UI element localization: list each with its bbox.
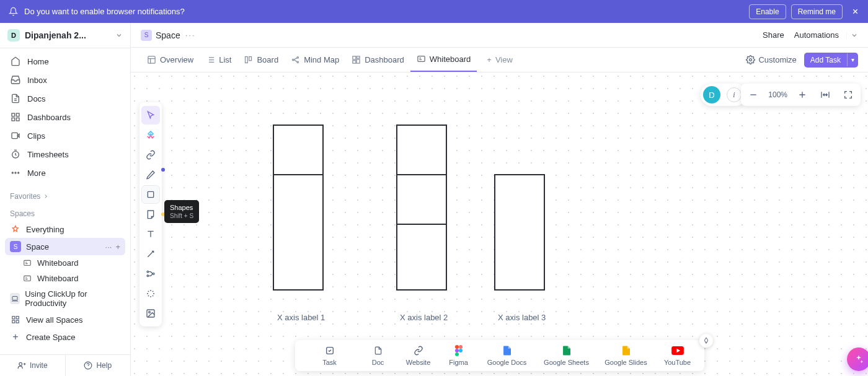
banner-message: Do you want to enable browser notificati… (24, 7, 744, 16)
info-icon[interactable]: i (727, 87, 742, 102)
space-more-icon[interactable]: ··· (105, 242, 112, 251)
link-tool[interactable] (141, 146, 160, 164)
invite-button[interactable]: Invite (0, 355, 65, 376)
embed-youtube[interactable]: YouTube (656, 345, 699, 366)
draw-tool[interactable] (141, 165, 160, 184)
add-task-label[interactable]: Add Task (804, 53, 847, 68)
tab-list[interactable]: List (200, 48, 237, 72)
whiteboard-canvas[interactable]: Shapes Shift + S D i 100% (131, 72, 868, 376)
space-everything[interactable]: Everything (5, 221, 125, 238)
image-tool[interactable] (141, 304, 160, 323)
embed-gdocs[interactable]: Google Docs (477, 345, 537, 366)
space-productivity[interactable]: Using ClickUp for Productivity (5, 286, 125, 311)
relationship-tool[interactable] (141, 265, 160, 283)
embed-task[interactable]: Task (300, 345, 360, 366)
list-icon (206, 55, 215, 64)
user-avatar[interactable]: D (703, 86, 720, 103)
nav-docs[interactable]: Docs (5, 89, 125, 108)
svg-rect-10 (24, 276, 31, 281)
shape-rect[interactable] (396, 224, 447, 291)
help-button[interactable]: Help (65, 355, 131, 376)
nav-label: Clips (27, 131, 45, 141)
favorites-section-label[interactable]: Favorites (0, 186, 130, 203)
zoom-value[interactable]: 100% (768, 90, 787, 99)
clickup-tool[interactable] (141, 126, 160, 144)
tab-board[interactable]: Board (237, 48, 285, 72)
workspace-switcher[interactable]: D Dipanjenah 2... (0, 23, 130, 48)
doc-icon (374, 345, 383, 356)
shape-rect[interactable] (273, 125, 324, 175)
nav-more[interactable]: More (5, 164, 125, 182)
embed-gsheets[interactable]: Google Sheets (537, 345, 596, 366)
remind-me-button[interactable]: Remind me (791, 4, 843, 19)
svg-point-41 (455, 352, 459, 356)
shape-rect[interactable] (273, 174, 324, 291)
presence-pill: D i (701, 84, 746, 106)
sticky-note-tool[interactable] (141, 205, 160, 224)
svg-rect-4 (12, 133, 17, 138)
nav-home[interactable]: Home (5, 52, 125, 71)
text-tool[interactable] (141, 225, 160, 243)
view-all-spaces[interactable]: View all Spaces (5, 311, 125, 328)
fullscreen-icon[interactable] (841, 90, 856, 100)
inbox-icon (10, 75, 21, 85)
embed-doc[interactable]: Doc (360, 345, 397, 366)
space-add-icon[interactable]: + (115, 242, 120, 251)
connector-tool[interactable] (141, 245, 160, 263)
nav-inbox[interactable]: Inbox (5, 71, 125, 89)
add-task-chevron-icon[interactable]: ▾ (847, 53, 858, 66)
pin-icon[interactable] (699, 334, 713, 348)
whiteboard-child-2[interactable]: Whiteboard (5, 271, 125, 286)
svg-rect-28 (418, 56, 425, 62)
child-label: Whiteboard (37, 274, 78, 283)
tooltip-title: Shapes (170, 204, 193, 211)
add-task-button: Add Task ▾ (804, 53, 858, 68)
svg-point-40 (459, 349, 463, 352)
tab-mindmap[interactable]: Mind Map (285, 48, 345, 72)
tab-dashboard[interactable]: Dashboard (345, 48, 410, 72)
nav-clips[interactable]: Clips (5, 126, 125, 145)
axis-label[interactable]: X axis label 2 (400, 313, 448, 322)
spaces-section-label[interactable]: Spaces (0, 203, 130, 221)
enable-button[interactable]: Enable (749, 4, 786, 19)
shape-rect[interactable] (396, 125, 447, 175)
ai-fab[interactable] (847, 348, 868, 371)
embed-gslides[interactable]: Google Slides (596, 345, 656, 366)
gsheets-icon (562, 345, 570, 356)
axis-label[interactable]: X axis label 1 (277, 313, 325, 322)
axis-label[interactable]: X axis label 3 (498, 313, 546, 322)
space-item[interactable]: S Space ··· + (5, 238, 125, 255)
zoom-out-button[interactable] (746, 90, 761, 100)
breadcrumb-more-icon[interactable]: ··· (185, 30, 196, 40)
embed-figma[interactable]: Figma (440, 345, 477, 366)
select-tool[interactable] (141, 106, 160, 125)
zoom-in-button[interactable] (795, 90, 810, 100)
svg-point-6 (15, 172, 16, 173)
svg-point-7 (12, 172, 13, 173)
breadcrumb-name[interactable]: Space (156, 30, 180, 40)
shape-rect[interactable] (494, 174, 545, 291)
nav-label: More (27, 168, 46, 178)
whiteboard-child-1[interactable]: Whiteboard (5, 255, 125, 271)
tab-whiteboard[interactable]: Whiteboard (410, 48, 477, 72)
shape-rect[interactable] (396, 174, 447, 225)
close-icon[interactable] (851, 7, 859, 15)
whiteboard-icon (22, 274, 32, 283)
create-space[interactable]: + Create Space (5, 328, 125, 346)
add-view-button[interactable]: +View (480, 48, 519, 72)
share-button[interactable]: Share (763, 30, 784, 40)
nav-dashboards[interactable]: Dashboards (5, 108, 125, 126)
breadcrumb: S Space ··· Share Automations (131, 23, 868, 48)
gslides-icon (622, 345, 630, 356)
shapes-tool[interactable] (141, 185, 160, 204)
tab-overview[interactable]: Overview (141, 48, 200, 72)
nav-timesheets[interactable]: Timesheets (5, 145, 125, 164)
svg-point-33 (153, 273, 154, 275)
fit-width-icon[interactable] (817, 90, 833, 100)
automations-chevron-icon[interactable] (846, 32, 858, 39)
whiteboard-icon (417, 55, 426, 64)
ai-tool[interactable] (141, 284, 160, 303)
embed-website[interactable]: Website (397, 345, 440, 366)
automations-button[interactable]: Automations (794, 30, 839, 40)
customize-button[interactable]: Customize (746, 55, 796, 64)
